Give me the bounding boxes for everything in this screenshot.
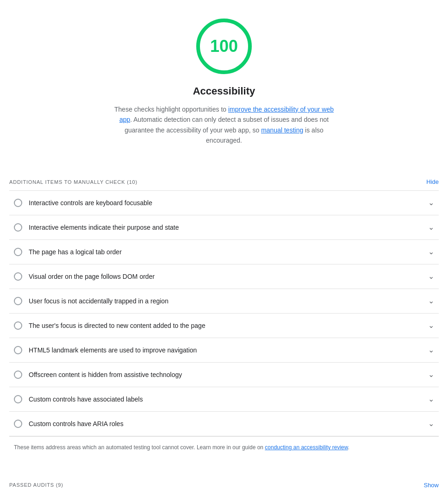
audit-circle-icon-0 xyxy=(14,199,22,207)
chevron-icon-9: ⌄ xyxy=(428,418,434,429)
audit-item-8[interactable]: Custom controls have associated labels ⌄ xyxy=(9,387,439,412)
chevron-icon-0: ⌄ xyxy=(428,197,434,208)
chevron-icon-8: ⌄ xyxy=(428,394,434,405)
audit-label-7: Offscreen content is hidden from assisti… xyxy=(29,370,182,380)
audit-item-2[interactable]: The page has a logical tab order ⌄ xyxy=(9,240,439,264)
audit-item-6[interactable]: HTML5 landmark elements are used to impr… xyxy=(9,338,439,363)
chevron-icon-3: ⌄ xyxy=(428,271,434,282)
audit-label-1: Interactive elements indicate their purp… xyxy=(29,223,179,232)
manual-testing-link[interactable]: manual testing xyxy=(261,126,303,134)
chevron-icon-5: ⌄ xyxy=(428,320,434,331)
chevron-icon-7: ⌄ xyxy=(428,369,434,380)
audit-circle-icon-9 xyxy=(14,420,22,428)
audit-label-9: Custom controls have ARIA roles xyxy=(29,419,124,429)
passed-audits-header: PASSED AUDITS (9) Show xyxy=(9,472,439,490)
chevron-icon-1: ⌄ xyxy=(428,222,434,233)
passed-audits-label: PASSED AUDITS (9) xyxy=(9,481,63,489)
chevron-icon-4: ⌄ xyxy=(428,295,434,307)
page-title: Accessibility xyxy=(193,83,255,99)
audit-item-5[interactable]: The user's focus is directed to new cont… xyxy=(9,314,439,338)
accessibility-review-link[interactable]: conducting an accessibility review xyxy=(265,444,348,451)
description-text: These checks highlight opportunities to … xyxy=(113,104,335,146)
audit-item-7[interactable]: Offscreen content is hidden from assisti… xyxy=(9,363,439,387)
audit-circle-icon-2 xyxy=(14,248,22,256)
manual-checks-label: ADDITIONAL ITEMS TO MANUALLY CHECK (10) xyxy=(9,178,137,186)
page-container: 100 Accessibility These checks highlight… xyxy=(0,0,448,490)
hide-button[interactable]: Hide xyxy=(426,178,439,185)
score-circle: 100 xyxy=(196,19,252,74)
audit-label-5: The user's focus is directed to new cont… xyxy=(29,321,205,331)
chevron-icon-6: ⌄ xyxy=(428,345,434,356)
audit-label-6: HTML5 landmark elements are used to impr… xyxy=(29,346,197,355)
audit-list: Interactive controls are keyboard focusa… xyxy=(9,190,439,458)
audit-item-9[interactable]: Custom controls have ARIA roles ⌄ xyxy=(9,412,439,436)
audit-circle-icon-7 xyxy=(14,371,22,379)
passed-audits-section: PASSED AUDITS (9) Show xyxy=(9,472,439,490)
manual-check-note: These items address areas which an autom… xyxy=(9,436,439,458)
audit-circle-icon-3 xyxy=(14,272,22,281)
description-part1: These checks highlight opportunities to xyxy=(114,106,228,113)
audit-circle-icon-4 xyxy=(14,297,22,305)
audit-label-8: Custom controls have associated labels xyxy=(29,395,143,404)
audit-circle-icon-1 xyxy=(14,223,22,232)
passed-show-button[interactable]: Show xyxy=(423,482,439,489)
audit-label-4: User focus is not accidentally trapped i… xyxy=(29,296,168,306)
score-value: 100 xyxy=(210,34,238,59)
audit-label-3: Visual order on the page follows DOM ord… xyxy=(29,272,155,282)
score-section: 100 Accessibility These checks highlight… xyxy=(9,0,439,155)
audit-circle-icon-5 xyxy=(14,321,22,330)
audit-item-4[interactable]: User focus is not accidentally trapped i… xyxy=(9,289,439,314)
chevron-icon-2: ⌄ xyxy=(428,246,434,258)
audit-circle-icon-6 xyxy=(14,346,22,354)
audit-item-3[interactable]: Visual order on the page follows DOM ord… xyxy=(9,264,439,289)
audit-label-0: Interactive controls are keyboard focusa… xyxy=(29,198,152,208)
audit-item-1[interactable]: Interactive elements indicate their purp… xyxy=(9,215,439,240)
audit-item-0[interactable]: Interactive controls are keyboard focusa… xyxy=(9,191,439,215)
manual-checks-header: ADDITIONAL ITEMS TO MANUALLY CHECK (10) … xyxy=(9,169,439,191)
audit-circle-icon-8 xyxy=(14,395,22,403)
audit-label-2: The page has a logical tab order xyxy=(29,247,122,257)
